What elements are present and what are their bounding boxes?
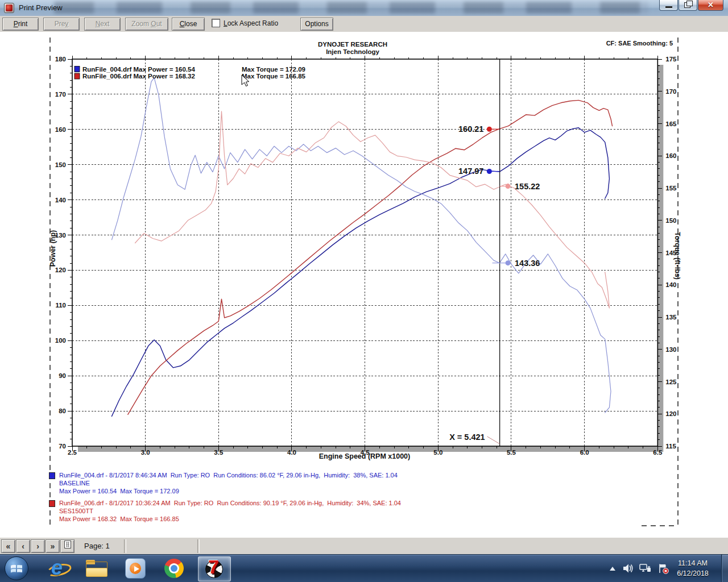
run-info-block: RunFile_004.drf - 8/1/2017 8:46:34 AM Ru…: [59, 471, 398, 495]
dyno-chart: 2.53.03.54.04.55.05.56.06.57080901001101…: [0, 32, 728, 537]
legend-file-text: RunFile_006.drf Max Power = 168.32: [82, 73, 195, 80]
run-info-line: RunFile_004.drf - 8/1/2017 8:46:34 AM Ru…: [59, 471, 398, 479]
marker-dot: [487, 127, 492, 132]
lock-aspect-ratio-control[interactable]: Lock Aspect Ratio: [212, 19, 278, 27]
y-right-tick-label: 175: [665, 56, 677, 63]
y-left-tick-label: 100: [55, 337, 66, 344]
windows-flag-icon: [10, 563, 23, 574]
y-left-tick-label: 180: [55, 56, 66, 63]
network-icon[interactable]: [639, 563, 652, 574]
run-info-line: SES1500TT: [59, 507, 401, 515]
y-left-tick-label: 140: [55, 197, 66, 203]
taskbar: e7 11:14 AM 6/12/2018: [0, 554, 728, 582]
first-page-button[interactable]: «: [1, 539, 15, 553]
marker-dot: [506, 184, 511, 189]
restore-button[interactable]: [679, 0, 697, 11]
y-left-axis-title: Power (hp): [49, 230, 57, 267]
last-page-button[interactable]: »: [46, 539, 60, 553]
taskbar-app-google-chrome[interactable]: [158, 556, 190, 580]
y-left-tick-label: 120: [55, 267, 66, 273]
taskbar-clock[interactable]: 11:14 AM 6/12/2018: [667, 558, 719, 579]
y-right-tick-label: 170: [665, 88, 676, 95]
y-left-tick-label: 150: [55, 161, 66, 168]
legend-swatch: [75, 66, 80, 72]
screen: { "window": {"title": "Print Preview"}, …: [0, 0, 728, 582]
goto-page-button[interactable]: [60, 539, 75, 553]
x-tick-label: 5.0: [433, 449, 442, 456]
cursor-x-label: X = 5.421: [449, 433, 485, 442]
show-desktop-button[interactable]: [721, 555, 728, 582]
close-icon: ✕: [698, 1, 723, 9]
y-left-tick-label: 110: [55, 302, 66, 309]
print-preview-page: 2.53.03.54.04.55.05.56.06.57080901001101…: [0, 32, 728, 537]
title-bar[interactable]: Print Preview ✕: [0, 0, 728, 16]
y-right-axis-title: Torque (ft-lbs): [673, 232, 681, 280]
clock-date: 6/12/2018: [667, 568, 719, 579]
app-icon: [4, 3, 14, 13]
next-button[interactable]: Next: [84, 18, 121, 31]
marker-value-label: 155.22: [515, 182, 540, 191]
x-tick-label: 4.0: [287, 449, 296, 456]
x-tick-label: 5.5: [507, 449, 516, 456]
run-info-line: RunFile_006.drf - 8/1/2017 10:36:24 AM R…: [59, 499, 401, 507]
marker-dot: [506, 260, 511, 265]
status-bar: «‹›» Page: 1: [0, 537, 728, 555]
volume-icon[interactable]: [622, 563, 635, 574]
taskbar-app-internet-explorer[interactable]: e: [42, 556, 74, 580]
clock-time: 11:14 AM: [667, 558, 719, 568]
legend-torque-text: Max Torque = 166.85: [242, 73, 306, 80]
taskbar-app-windows-explorer[interactable]: [81, 556, 113, 580]
x-tick-label: 2.5: [68, 449, 77, 456]
hidden-icons-arrow[interactable]: [606, 563, 619, 574]
prev-button[interactable]: Prev: [43, 18, 80, 31]
close-button[interactable]: Close: [172, 18, 205, 31]
options-button[interactable]: Options: [300, 18, 333, 31]
taskbar-app-windows-media-player[interactable]: [119, 556, 151, 580]
marker-value-label: 147.97: [458, 167, 483, 176]
y-right-tick-label: 155: [665, 185, 677, 192]
start-button[interactable]: [5, 556, 28, 580]
run-info-line: Max Power = 160.54 Max Torque = 172.09: [59, 487, 398, 495]
y-left-tick-label: 170: [55, 91, 66, 98]
taskbar-app-winpep-dyno[interactable]: 7: [198, 556, 231, 581]
y-right-tick-label: 130: [665, 346, 676, 353]
x-tick-label: 3.0: [141, 449, 150, 456]
print-button[interactable]: Print: [2, 18, 39, 31]
y-left-tick-label: 80: [59, 408, 66, 414]
google-chrome-icon: [164, 559, 184, 578]
run-info-line: BASELINE: [59, 479, 398, 487]
windows-explorer-icon: [86, 560, 107, 577]
internet-explorer-icon: e: [47, 558, 69, 579]
legend-file-text: RunFile_004.drf Max Power = 160.54: [82, 66, 195, 73]
windows-media-player-icon: [125, 558, 146, 579]
x-tick-label: 3.5: [214, 449, 224, 456]
run-info-line: Max Power = 168.32 Max Torque = 166.85: [59, 515, 401, 523]
y-right-tick-label: 165: [665, 120, 677, 127]
statusbar-divider: [197, 539, 200, 553]
y-right-tick-label: 135: [665, 314, 677, 321]
run-color-swatch: [49, 472, 55, 479]
y-left-tick-label: 70: [59, 443, 66, 450]
x-tick-label: 6.0: [580, 449, 589, 456]
marker-value-label: 143.36: [515, 259, 540, 268]
lock-aspect-ratio-checkbox[interactable]: [212, 19, 220, 27]
correction-smoothing-label: CF: SAE Smoothing: 5: [606, 40, 673, 47]
y-right-tick-label: 150: [665, 217, 676, 224]
next-page-button[interactable]: ›: [31, 539, 45, 553]
y-left-tick-label: 160: [55, 126, 66, 133]
y-right-tick-label: 140: [665, 281, 676, 288]
y-right-tick-label: 125: [665, 379, 677, 385]
background-window-blur: [54, 2, 648, 14]
close-button[interactable]: ✕: [698, 0, 723, 11]
run-info-block: RunFile_006.drf - 8/1/2017 10:36:24 AM R…: [59, 499, 401, 523]
legend-swatch: [75, 73, 80, 79]
zoom-out-button[interactable]: Zoom Out: [125, 18, 168, 31]
lock-aspect-ratio-label: Lock Aspect Ratio: [224, 19, 278, 27]
minimize-button[interactable]: [659, 0, 678, 11]
legend-torque-text: Max Torque = 172.09: [242, 66, 305, 73]
x-tick-label: 6.5: [653, 449, 663, 456]
x-axis-title: Engine Speed (RPM x1000): [319, 452, 410, 460]
statusbar-divider: [124, 539, 126, 553]
y-left-tick-label: 90: [59, 372, 66, 379]
previous-page-button[interactable]: ‹: [16, 539, 30, 553]
